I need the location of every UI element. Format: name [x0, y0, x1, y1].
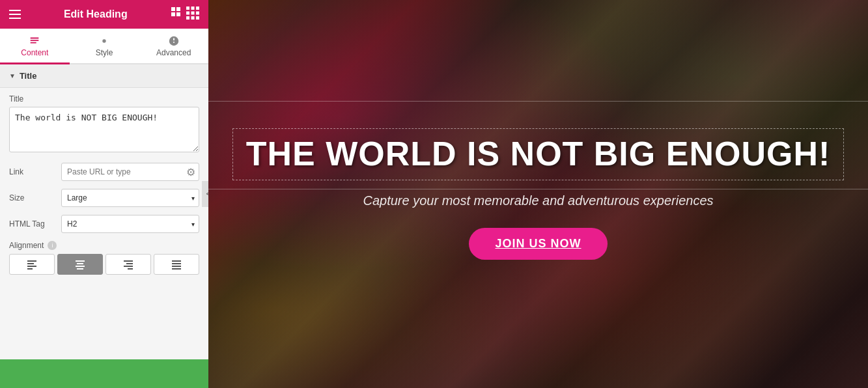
link-input[interactable]: [61, 163, 199, 181]
alignment-buttons: [9, 254, 199, 275]
svg-rect-13: [191, 16, 194, 20]
svg-rect-6: [186, 7, 189, 10]
link-label: Link: [9, 167, 61, 176]
tab-advanced-label: Advanced: [156, 48, 191, 57]
svg-rect-31: [172, 268, 181, 270]
right-panel: THE WORLD IS NOT BIG ENOUGH! Capture you…: [208, 0, 868, 388]
tab-content[interactable]: Content: [0, 29, 70, 64]
panel-tabs: Content Style Advanced: [0, 29, 208, 64]
tab-style-label: Style: [96, 48, 113, 57]
html-tag-select[interactable]: H2 H1 H3 H4 H5 H6 div span p: [61, 215, 199, 233]
svg-rect-9: [186, 12, 189, 15]
section-arrow-icon: ▼: [9, 72, 16, 79]
hamburger-menu-icon[interactable]: [9, 10, 21, 19]
panel-body: ▼ Title Title The world is NOT BIG ENOUG…: [0, 64, 208, 388]
svg-rect-11: [196, 12, 199, 15]
tab-advanced[interactable]: Advanced: [139, 29, 208, 64]
html-tag-label: HTML Tag: [9, 219, 61, 229]
svg-rect-17: [27, 263, 34, 264]
alignment-info-icon[interactable]: i: [48, 241, 57, 250]
title-textarea[interactable]: The world is NOT BIG ENOUGH!: [9, 107, 199, 152]
svg-rect-24: [124, 260, 133, 262]
preview-heading: THE WORLD IS NOT BIG ENOUGH!: [246, 135, 831, 173]
size-field-row: Size Large Small Medium XL XXL ▾: [0, 185, 208, 211]
svg-rect-22: [76, 266, 85, 267]
alignment-label: Alignment: [9, 241, 44, 250]
left-panel: Edit Heading Content: [0, 0, 208, 388]
link-field-row: Link ⚙: [0, 159, 208, 185]
svg-rect-28: [172, 260, 181, 262]
svg-rect-0: [171, 7, 175, 11]
link-input-wrapper: ⚙: [61, 163, 199, 181]
section-title-heading[interactable]: ▼ Title: [0, 64, 208, 88]
panel-header: Edit Heading: [0, 0, 208, 29]
tab-style[interactable]: Style: [70, 29, 139, 64]
title-field-group: Title The world is NOT BIG ENOUGH!: [0, 88, 208, 159]
svg-rect-29: [172, 263, 181, 264]
panel-collapse-handle[interactable]: [202, 181, 208, 207]
preview-subtitle: Capture your most memorable and adventur…: [363, 193, 713, 208]
preview-content: THE WORLD IS NOT BIG ENOUGH! Capture you…: [208, 0, 868, 388]
alignment-row: Alignment i: [0, 237, 208, 279]
svg-rect-23: [77, 268, 83, 270]
svg-rect-20: [76, 260, 85, 262]
size-select[interactable]: Large Small Medium XL XXL: [61, 189, 199, 207]
html-tag-select-wrapper: H2 H1 H3 H4 H5 H6 div span p ▾: [61, 215, 199, 233]
svg-rect-30: [172, 266, 181, 267]
svg-rect-10: [191, 12, 194, 15]
svg-rect-26: [124, 266, 133, 267]
html-tag-field-row: HTML Tag H2 H1 H3 H4 H5 H6 div span p ▾: [0, 211, 208, 237]
preview-heading-box: THE WORLD IS NOT BIG ENOUGH!: [232, 128, 845, 180]
svg-rect-14: [196, 16, 199, 20]
grid-icon[interactable]: [171, 7, 199, 22]
svg-rect-21: [77, 263, 83, 264]
align-left-button[interactable]: [9, 254, 55, 275]
tab-content-label: Content: [21, 48, 48, 57]
bottom-bar: [0, 359, 208, 388]
svg-rect-19: [27, 268, 33, 270]
size-select-wrapper: Large Small Medium XL XXL ▾: [61, 189, 199, 207]
align-center-button[interactable]: [57, 254, 103, 275]
size-label: Size: [9, 193, 61, 202]
svg-point-15: [102, 39, 105, 42]
svg-rect-8: [196, 7, 199, 10]
section-title-label: Title: [20, 71, 37, 81]
svg-rect-18: [27, 266, 36, 267]
svg-rect-27: [128, 268, 133, 270]
align-justify-button[interactable]: [154, 254, 199, 275]
svg-rect-7: [191, 7, 194, 10]
panel-title: Edit Heading: [64, 8, 128, 20]
svg-rect-3: [176, 12, 180, 16]
svg-rect-12: [186, 16, 189, 20]
title-field-label: Title: [9, 94, 199, 104]
svg-rect-16: [27, 260, 36, 262]
align-right-button[interactable]: [105, 254, 151, 275]
preview-join-button[interactable]: JOIN US NOW: [469, 228, 607, 260]
link-settings-icon[interactable]: ⚙: [186, 166, 195, 178]
svg-rect-25: [126, 263, 133, 264]
svg-rect-2: [171, 12, 175, 16]
